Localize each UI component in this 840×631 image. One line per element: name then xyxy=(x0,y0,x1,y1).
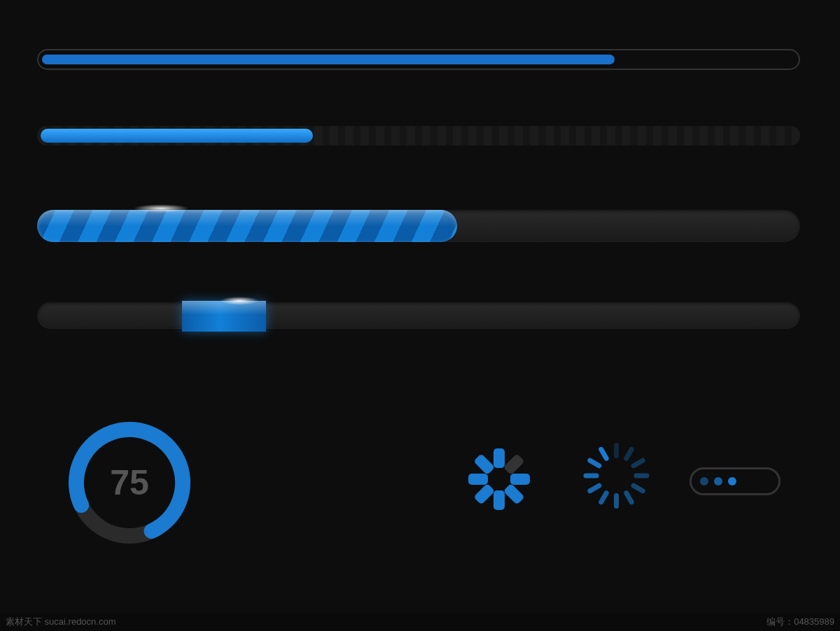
spinner-thin-icon xyxy=(581,441,651,511)
pill-dots-loader xyxy=(690,467,780,495)
spinner-petal xyxy=(503,453,525,475)
spinner-petal xyxy=(493,490,505,510)
spinner-petal xyxy=(587,457,603,469)
watermark-id-value: 04835989 xyxy=(794,616,834,627)
circular-progress-value: 75 xyxy=(66,420,192,546)
spinner-petal xyxy=(468,474,488,485)
watermark-footer: 素材天下 sucai.redocn.com 编号：04835989 xyxy=(0,613,840,631)
watermark-source-text: 素材天下 sucai.redocn.com xyxy=(6,616,116,628)
progress-bar-2-fill xyxy=(41,129,313,143)
watermark-id-label: 编号： xyxy=(766,616,794,627)
spinner-petal xyxy=(597,446,609,462)
progress-bar-3-fill xyxy=(37,210,457,242)
circular-progress: 75 xyxy=(66,420,192,546)
spinner-petal xyxy=(503,483,525,505)
spinner-petal xyxy=(614,443,619,458)
loader-dot xyxy=(700,477,708,485)
spinner-petal xyxy=(622,490,634,506)
spinner-petal xyxy=(587,482,603,494)
spinner-petal xyxy=(583,474,598,478)
watermark-id: 编号：04835989 xyxy=(766,616,834,628)
spinner-petal xyxy=(630,482,646,494)
spinner-petal xyxy=(634,474,649,478)
spinner-petal xyxy=(510,474,530,485)
spinner-petal xyxy=(630,457,646,469)
progress-bar-4-segment xyxy=(182,301,266,332)
spinner-petal xyxy=(597,490,609,506)
spinner-petal xyxy=(493,448,505,468)
loader-dot xyxy=(714,477,722,485)
spinner-petal xyxy=(473,453,495,475)
spinner-petal xyxy=(622,446,634,462)
spinner-petal xyxy=(614,493,619,509)
loader-dot xyxy=(728,477,736,485)
spinner-thick-icon xyxy=(468,448,531,511)
progress-bar-1-fill xyxy=(42,55,615,64)
progress-bar-4-track xyxy=(37,302,800,329)
spinner-petal xyxy=(473,483,495,505)
